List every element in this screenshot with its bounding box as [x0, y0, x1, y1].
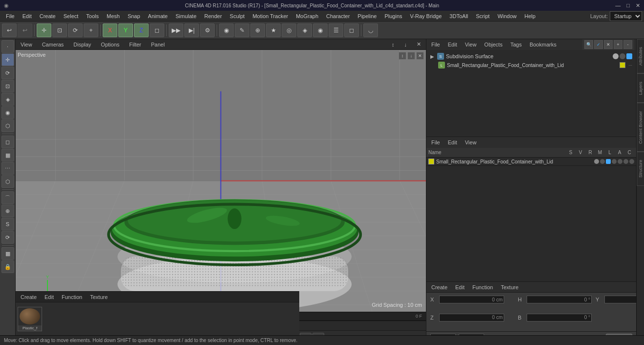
attr-icon-5[interactable] — [618, 159, 622, 164]
menu-tools[interactable]: Tools — [82, 12, 103, 20]
obj-menu-file[interactable]: File — [428, 41, 443, 48]
menu-create[interactable]: Create — [36, 12, 60, 20]
menu-3dtoall[interactable]: 3DToAll — [445, 12, 472, 20]
lock-btn[interactable]: 🔒 — [1, 260, 14, 273]
menu-mograph[interactable]: MoGraph — [292, 12, 322, 20]
obj-tb-check[interactable]: ✓ — [594, 40, 603, 49]
extrude-btn[interactable]: ⊕ — [1, 205, 14, 217]
transform-btn[interactable]: + — [84, 23, 98, 37]
obj-tb-expand[interactable]: + — [614, 40, 622, 49]
attr-row-container[interactable]: Small_Rectangular_Plastic_Food_Container… — [426, 158, 636, 166]
brush2-btn[interactable]: ⟳ — [1, 231, 14, 244]
attr-icon-3[interactable] — [606, 159, 611, 164]
coord-h-input[interactable] — [527, 296, 592, 303]
points-mode-btn[interactable]: · — [1, 40, 14, 53]
obj-row-subdivision[interactable]: ▶ S Subdivision Surface — [428, 52, 634, 61]
undo-btn[interactable]: ↩ — [2, 23, 17, 37]
coord-b-input[interactable] — [527, 314, 592, 322]
attr-icon-2[interactable] — [600, 159, 605, 164]
obj-model-btn[interactable]: ◻ — [1, 136, 14, 148]
obj-menu-objects[interactable]: Objects — [481, 41, 505, 48]
coord-tab-texture[interactable]: Texture — [498, 283, 521, 291]
menu-snap[interactable]: Snap — [124, 12, 144, 20]
maximize-btn[interactable]: □ — [626, 2, 630, 9]
select-btn[interactable]: ◈ — [1, 93, 14, 106]
knife-btn[interactable]: ⌒ — [1, 191, 14, 204]
magnet-btn[interactable]: ★ — [266, 23, 281, 37]
obj-menu-edit[interactable]: Edit — [445, 41, 460, 48]
close-btn[interactable]: ✕ — [636, 2, 640, 9]
obj-menu-view[interactable]: View — [462, 41, 480, 48]
attr-icon-7[interactable] — [629, 159, 634, 164]
vp-menu-filter[interactable]: Filter — [126, 41, 144, 48]
x-axis-btn[interactable]: X — [103, 23, 117, 37]
light-btn[interactable]: ◻ — [344, 23, 359, 37]
minimize-btn[interactable]: — — [615, 2, 621, 9]
vp-menu-cameras[interactable]: Cameras — [39, 41, 67, 48]
vp-icon-close[interactable]: ✕ — [414, 40, 424, 48]
obj-tb-collapse[interactable]: - — [623, 40, 632, 49]
deformer-btn[interactable]: ◉ — [313, 23, 328, 37]
obj-tb-uncheck[interactable]: ✕ — [604, 40, 613, 49]
menu-render[interactable]: Render — [200, 12, 226, 20]
redo-btn[interactable]: ↩ — [18, 23, 32, 37]
edge-tab-content-browser[interactable]: Content Browser — [637, 103, 644, 152]
coord-tab-edit[interactable]: Edit — [452, 283, 467, 291]
z-axis-btn[interactable]: Z — [134, 23, 149, 37]
menu-help[interactable]: Help — [521, 12, 540, 20]
attr-icon-1[interactable] — [594, 159, 599, 164]
obj-render-icon[interactable] — [620, 53, 625, 59]
attr-menu-file[interactable]: File — [428, 138, 443, 146]
s-btn[interactable]: S — [1, 218, 14, 230]
menu-animate[interactable]: Animate — [144, 12, 172, 20]
spline-btn[interactable]: ◎ — [282, 23, 296, 37]
live-sel-btn[interactable]: ◉ — [1, 106, 14, 119]
scale-tool-btn[interactable]: ⊡ — [52, 23, 67, 37]
point-model-btn[interactable]: ▦ — [1, 149, 14, 161]
rotate-tool-btn[interactable]: ⟳ — [68, 23, 83, 37]
coord-x-input[interactable] — [439, 296, 504, 303]
attr-icon-4[interactable] — [612, 159, 617, 164]
floor-btn[interactable]: ◡ — [363, 23, 378, 37]
move-tool-btn[interactable]: ✛ — [37, 23, 51, 37]
obj-color-swatch[interactable] — [620, 62, 625, 68]
move-mode-btn[interactable]: ✛ — [1, 53, 14, 66]
mat-tab-texture[interactable]: Texture — [87, 293, 111, 301]
material-thumbnail[interactable]: Plastic_f — [18, 307, 42, 331]
obj-menu-bookmarks[interactable]: Bookmarks — [527, 41, 559, 48]
poly-sel-btn[interactable]: ⬡ — [1, 119, 14, 132]
vp-menu-display[interactable]: Display — [70, 41, 94, 48]
grid-btn[interactable]: ▦ — [1, 247, 14, 260]
vp-menu-panel[interactable]: Panel — [148, 41, 168, 48]
obj-tb-search[interactable]: 🔍 — [584, 40, 593, 49]
coord-tab-create[interactable]: Create — [428, 283, 450, 291]
mat-tab-create[interactable]: Create — [18, 293, 40, 301]
vp-close-icon[interactable]: ✕ — [416, 52, 424, 60]
polygon-pen-btn[interactable]: ✎ — [235, 23, 249, 37]
mat-tab-edit[interactable]: Edit — [42, 293, 57, 301]
edge-model-btn[interactable]: ⋯ — [1, 162, 14, 175]
menu-mesh[interactable]: Mesh — [103, 12, 124, 20]
layout-select[interactable]: Startup — [610, 11, 642, 21]
render-view-btn[interactable]: ▶| — [184, 23, 199, 37]
y-axis-btn[interactable]: Y — [118, 23, 133, 37]
rotate-mode-btn[interactable]: ⟳ — [1, 67, 14, 79]
viewport-3d[interactable]: Y + Perspective Y X Z Grid Spacing : 10 … — [16, 50, 426, 312]
edge-tab-attributes[interactable]: Attributes — [637, 39, 644, 73]
menu-motion-tracker[interactable]: Motion Tracker — [248, 12, 292, 20]
menu-pipeline[interactable]: Pipeline — [354, 12, 380, 20]
camera-btn[interactable]: ☰ — [329, 23, 343, 37]
render-region-btn[interactable]: ▶▶ — [169, 23, 183, 37]
scale-mode-btn[interactable]: ⊡ — [1, 80, 14, 92]
attr-menu-view[interactable]: View — [462, 138, 480, 146]
attr-menu-edit[interactable]: Edit — [445, 138, 460, 146]
object-mode-btn[interactable]: ◉ — [219, 23, 234, 37]
menu-file[interactable]: File — [2, 12, 19, 20]
obj-check-icon[interactable] — [626, 53, 632, 59]
attr-icon-6[interactable] — [623, 159, 628, 164]
vp-split-icon[interactable]: ↓ — [407, 52, 415, 60]
obj-menu-tags[interactable]: Tags — [508, 41, 525, 48]
brush-btn[interactable]: ⊕ — [250, 23, 265, 37]
menu-plugins[interactable]: Plugins — [380, 12, 406, 20]
menu-script[interactable]: Script — [472, 12, 493, 20]
